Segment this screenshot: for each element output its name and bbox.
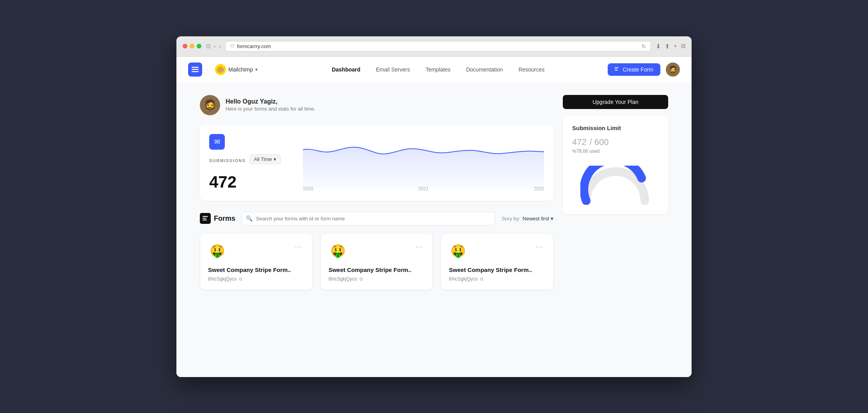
nav-link-email-servers[interactable]: Email Servers xyxy=(370,64,416,75)
copy-id-icon[interactable]: ⧉ xyxy=(239,276,242,282)
reload-icon[interactable]: ↻ xyxy=(642,43,646,49)
form-card-menu-button[interactable]: ··· xyxy=(414,241,425,252)
sort-area: Sory by: Newest first ▾ xyxy=(502,216,553,222)
form-id-text: 6hicSgkjQyco xyxy=(208,276,237,282)
forms-section-header: Forms 🔍 Sory by: Newest first ▾ xyxy=(200,212,553,225)
sort-select-dropdown[interactable]: Newest first ▾ xyxy=(523,216,553,222)
form-card-header: 🤑 ··· xyxy=(329,241,425,260)
maximize-button[interactable] xyxy=(197,44,201,48)
traffic-lights xyxy=(183,44,201,48)
greeting-avatar: 🧔 xyxy=(200,95,220,115)
account-name: Mailchimp xyxy=(228,66,253,73)
forms-grid: 🤑 ··· Sweet Company Stripe Form.. 6hicSg… xyxy=(200,233,553,290)
create-form-button[interactable]: Create Form xyxy=(608,63,660,76)
upgrade-plan-button[interactable]: Upgrade Your Plan xyxy=(563,95,668,109)
user-avatar[interactable]: 🧔 xyxy=(666,63,680,77)
plan-used-count: 472 / 600 xyxy=(572,135,608,147)
chevron-down-icon: ▾ xyxy=(255,67,258,72)
stats-count: 472 xyxy=(209,173,295,191)
account-avatar: 🐵 xyxy=(215,64,226,75)
svg-rect-8 xyxy=(203,220,207,220)
nav-right: Create Form 🧔 xyxy=(608,63,680,77)
close-button[interactable] xyxy=(183,44,187,48)
account-selector[interactable]: 🐵 Mailchimp ▾ xyxy=(212,63,261,77)
form-card-icon: 🤑 xyxy=(449,241,468,260)
browser-actions: ⬇ ⬆ + ⧉ xyxy=(656,43,685,50)
sort-label: Sory by: xyxy=(502,216,520,222)
create-form-label: Create Form xyxy=(623,66,653,73)
gauge-svg xyxy=(580,166,651,205)
chart-labels: 2020 2021 2022 xyxy=(303,186,544,191)
nav-link-dashboard[interactable]: Dashboard xyxy=(326,64,366,75)
nav-links: Dashboard Email Servers Templates Docume… xyxy=(269,64,608,75)
new-tab-icon[interactable]: + xyxy=(674,43,677,50)
nav-link-templates[interactable]: Templates xyxy=(419,64,457,75)
upgrade-wrapper: Upgrade Your Plan xyxy=(563,95,668,109)
sort-chevron-icon: ▾ xyxy=(551,216,553,222)
create-form-icon xyxy=(615,67,620,72)
chart-label-2020: 2020 xyxy=(303,186,313,191)
logo-area: · 🐵 Mailchimp ▾ xyxy=(188,63,261,77)
greeting-section: 🧔 Hello Oguz Yagiz, Here is your forms a… xyxy=(200,95,553,115)
form-card-icon: 🤑 xyxy=(208,241,227,260)
left-content: 🧔 Hello Oguz Yagiz, Here is your forms a… xyxy=(200,95,553,365)
chart-label-2021: 2021 xyxy=(418,186,429,191)
plan-used-text: %78.66 used xyxy=(572,148,659,154)
submissions-chart xyxy=(303,134,544,189)
app-logo-icon[interactable] xyxy=(188,63,202,77)
form-card-name: Sweet Company Stripe Form.. xyxy=(449,266,545,273)
forms-title: Forms xyxy=(214,215,235,223)
form-card-name: Sweet Company Stripe Form.. xyxy=(208,266,304,273)
browser-chrome: ⊡ ‹ › 🛡 formcarrry.com ↻ ⬇ ⬆ + ⧉ xyxy=(176,36,692,57)
stats-filter-dropdown[interactable]: All Time ▾ xyxy=(250,154,281,164)
search-bar[interactable]: 🔍 xyxy=(242,212,495,225)
share-icon[interactable]: ⬆ xyxy=(665,43,670,50)
svg-rect-1 xyxy=(192,69,199,70)
copy-id-icon[interactable]: ⧉ xyxy=(480,276,484,282)
form-card[interactable]: 🤑 ··· Sweet Company Stripe Form.. 6hicSg… xyxy=(441,233,553,290)
plan-card: Submission Limit 472 / 600 %78.66 used xyxy=(563,115,668,214)
chart-area: 2020 2021 2022 xyxy=(295,134,544,191)
top-nav: · 🐵 Mailchimp ▾ Dashboard Email Servers … xyxy=(176,57,692,83)
form-card-name: Sweet Company Stripe Form.. xyxy=(329,266,425,273)
search-input[interactable] xyxy=(242,212,495,225)
sidebar-toggle-icon[interactable]: ⊡ xyxy=(206,43,211,49)
form-id-text: 6hicSgkjQyco xyxy=(449,276,477,282)
stats-left: ✉ SUBMISSIONS All Time ▾ 472 xyxy=(209,134,295,191)
stats-card: ✉ SUBMISSIONS All Time ▾ 472 xyxy=(200,125,553,201)
tabs-icon[interactable]: ⧉ xyxy=(681,43,685,50)
plan-card-header: Submission Limit xyxy=(572,125,659,131)
filter-chevron-icon: ▾ xyxy=(274,156,276,162)
forms-section-icon xyxy=(200,213,211,224)
browser-window: ⊡ ‹ › 🛡 formcarrry.com ↻ ⬇ ⬆ + ⧉ xyxy=(176,36,692,377)
stats-label: SUBMISSIONS xyxy=(209,158,246,163)
svg-rect-6 xyxy=(203,216,208,217)
gauge-chart xyxy=(572,162,659,205)
sort-value: Newest first xyxy=(523,216,549,222)
stats-icon: ✉ xyxy=(209,134,225,150)
forward-icon[interactable]: › xyxy=(219,43,221,49)
nav-separator: · xyxy=(206,66,208,74)
form-card-menu-button[interactable]: ··· xyxy=(293,241,304,252)
form-card-icon: 🤑 xyxy=(329,241,347,260)
copy-id-icon[interactable]: ⧉ xyxy=(359,276,363,282)
nav-link-documentation[interactable]: Documentation xyxy=(460,64,509,75)
download-icon[interactable]: ⬇ xyxy=(656,43,661,50)
main-content: 🧔 Hello Oguz Yagiz, Here is your forms a… xyxy=(176,83,692,377)
svg-rect-0 xyxy=(192,67,199,68)
right-sidebar: Upgrade Your Plan Submission Limit 472 /… xyxy=(563,95,668,365)
address-bar[interactable]: 🛡 formcarrry.com ↻ xyxy=(225,41,651,52)
url-text: formcarrry.com xyxy=(237,43,270,49)
form-card-header: 🤑 ··· xyxy=(449,241,545,260)
form-card[interactable]: 🤑 ··· Sweet Company Stripe Form.. 6hicSg… xyxy=(200,233,313,290)
form-card-menu-button[interactable]: ··· xyxy=(534,241,545,252)
form-card[interactable]: 🤑 ··· Sweet Company Stripe Form.. 6hicSg… xyxy=(320,233,433,290)
app-content: · 🐵 Mailchimp ▾ Dashboard Email Servers … xyxy=(176,57,692,377)
search-icon: 🔍 xyxy=(246,215,253,222)
minimize-button[interactable] xyxy=(190,44,194,48)
chart-label-2022: 2022 xyxy=(534,186,544,191)
form-id-text: 6hicSgkjQyco xyxy=(329,276,357,282)
nav-link-resources[interactable]: Resources xyxy=(512,64,551,75)
svg-rect-2 xyxy=(192,71,199,72)
back-icon[interactable]: ‹ xyxy=(214,43,216,49)
